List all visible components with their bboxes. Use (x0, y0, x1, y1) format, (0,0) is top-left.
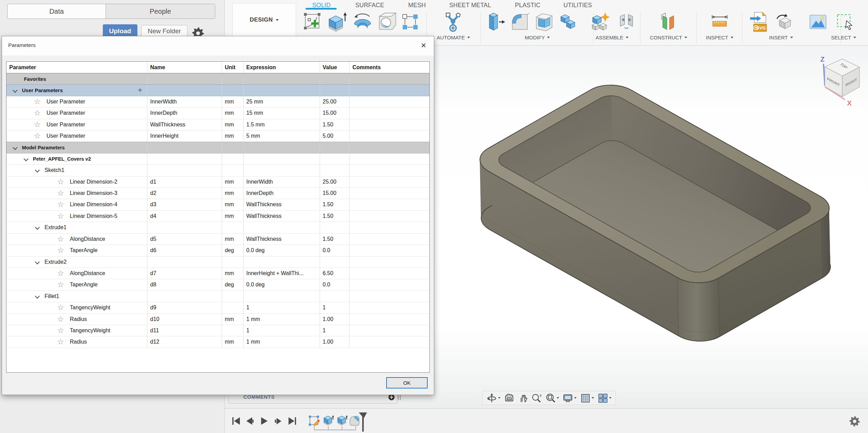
cell-name[interactable]: d11 (147, 325, 222, 336)
select-button[interactable] (835, 12, 854, 31)
cell-name[interactable] (147, 153, 222, 164)
cell-unit[interactable]: mm (222, 188, 244, 199)
tab-data[interactable]: Data (8, 4, 106, 18)
table-row[interactable]: Favorites (7, 73, 429, 85)
cell-expression[interactable]: WallThickness (244, 199, 320, 210)
cell-value[interactable] (320, 165, 350, 176)
cell-expression[interactable] (244, 153, 320, 164)
add-parameter-button[interactable]: + (138, 85, 142, 96)
cell-name[interactable]: InnerWidth (147, 96, 222, 107)
cell-value[interactable]: 1.50 (320, 234, 350, 245)
gear-icon[interactable] (849, 416, 860, 427)
cell-expression[interactable]: 1 (244, 325, 320, 336)
cell-name[interactable]: d1 (147, 176, 222, 187)
favorite-star-icon[interactable]: ☆ (34, 131, 41, 141)
cell-unit[interactable] (222, 302, 244, 313)
favorite-star-icon[interactable]: ☆ (57, 325, 64, 336)
cell-unit[interactable]: mm (222, 314, 244, 325)
parameter-row[interactable]: ☆Linear Dimension-4d3mmWallThickness1.50 (7, 199, 429, 210)
timeline-marker[interactable] (358, 412, 367, 432)
tab-people[interactable]: People (106, 4, 215, 18)
cell-value[interactable] (320, 85, 350, 96)
table-row[interactable]: Extrude1 (7, 222, 429, 233)
cell-unit[interactable] (222, 85, 244, 96)
insertsvg-button[interactable]: SVG (747, 11, 769, 33)
cell-expression[interactable] (244, 257, 320, 268)
cell-name[interactable]: InnerDepth (147, 108, 222, 119)
view-cube[interactable]: TOP FRONT RIGHT Z X (816, 51, 868, 113)
chevron-down-icon[interactable] (13, 88, 17, 93)
favorite-star-icon[interactable]: ☆ (57, 336, 64, 347)
tab-mesh[interactable]: MESH (408, 2, 426, 9)
favorite-star-icon[interactable]: ☆ (57, 314, 64, 324)
favorite-star-icon[interactable]: ☆ (57, 176, 64, 187)
favorite-star-icon[interactable]: ☆ (57, 245, 64, 256)
timeline-play-button[interactable] (259, 416, 269, 428)
cell-comment[interactable] (350, 119, 429, 130)
cell-expression[interactable]: InnerHeight + WallThi... (244, 268, 320, 279)
cell-expression[interactable] (244, 142, 320, 153)
cell-comment[interactable] (350, 245, 429, 256)
cell-value[interactable]: 1.00 (320, 336, 350, 347)
tab-utilities[interactable]: UTILITIES (563, 2, 592, 9)
cell-name[interactable]: InnerHeight (147, 131, 222, 141)
cell-name[interactable]: d10 (147, 314, 222, 325)
derive-button[interactable] (774, 12, 794, 32)
cell-comment[interactable] (350, 131, 429, 141)
parameter-row[interactable]: ☆TangencyWeightd911 (7, 302, 429, 313)
cell-comment[interactable] (350, 234, 429, 245)
favorite-star-icon[interactable]: ☆ (34, 108, 41, 118)
display-button[interactable] (562, 393, 577, 403)
favorite-star-icon[interactable]: ☆ (57, 302, 64, 313)
column-header[interactable]: Expression (244, 62, 320, 73)
cell-comment[interactable] (350, 165, 429, 176)
cell-comment[interactable] (350, 222, 429, 233)
cell-name[interactable] (147, 142, 222, 153)
parameter-row[interactable]: ☆AlongDistanced5mmWallThickness1.50 (7, 234, 429, 245)
cell-expression[interactable]: 1.5 mm (244, 119, 320, 130)
zoom-button[interactable]: ± (531, 393, 542, 403)
pan-button[interactable] (517, 393, 529, 403)
cell-comment[interactable] (350, 291, 429, 302)
chevron-down-icon[interactable] (13, 145, 17, 150)
column-header[interactable]: Parameter (7, 62, 147, 73)
favorite-star-icon[interactable]: ☆ (34, 96, 41, 107)
cell-unit[interactable] (222, 222, 244, 233)
cell-name[interactable]: d3 (147, 199, 222, 210)
presspull-button[interactable] (485, 11, 506, 33)
revolve-button[interactable] (352, 11, 374, 33)
cell-value[interactable]: 15.00 (320, 108, 350, 119)
cell-comment[interactable] (350, 314, 429, 325)
parameter-row[interactable]: ☆TaperAngled6deg0.0 deg0.0 (7, 245, 429, 256)
table-row[interactable]: User Parameters+ (7, 85, 429, 96)
cell-unit[interactable] (222, 153, 244, 164)
timeline-step-forward-button[interactable] (273, 416, 283, 428)
cell-expression[interactable]: 25 mm (244, 96, 320, 107)
cell-unit[interactable] (222, 291, 244, 302)
cell-value[interactable]: 1 (320, 325, 350, 336)
cell-value[interactable] (320, 142, 350, 153)
cell-name[interactable]: d8 (147, 279, 222, 290)
cell-unit[interactable]: mm (222, 108, 244, 119)
canvas-button[interactable] (808, 12, 828, 32)
measure-button[interactable] (710, 12, 730, 32)
combine-button[interactable] (558, 12, 578, 32)
parameter-row[interactable]: ☆TangencyWeightd1111 (7, 325, 429, 336)
table-row[interactable]: Model Parameters (7, 142, 429, 153)
cell-expression[interactable] (244, 85, 320, 96)
cell-value[interactable]: 25.00 (320, 96, 350, 107)
newcomp-button[interactable] (589, 11, 611, 33)
cell-name[interactable]: d9 (147, 302, 222, 313)
cell-name[interactable] (147, 165, 222, 176)
cell-value[interactable]: 5.00 (320, 131, 350, 141)
cell-value[interactable] (320, 257, 350, 268)
cell-value[interactable]: 6.50 (320, 268, 350, 279)
favorite-star-icon[interactable]: ☆ (57, 234, 64, 244)
tab-sheet-metal[interactable]: SHEET METAL (449, 2, 491, 9)
cell-unit[interactable]: deg (222, 279, 244, 290)
shell-button[interactable] (533, 11, 555, 33)
cell-unit[interactable]: mm (222, 199, 244, 210)
parameter-row[interactable]: ☆User ParameterWallThicknessmm1.5 mm1.50 (7, 119, 429, 131)
favorite-star-icon[interactable]: ☆ (57, 268, 64, 279)
new-folder-button[interactable]: New Folder (141, 25, 187, 37)
